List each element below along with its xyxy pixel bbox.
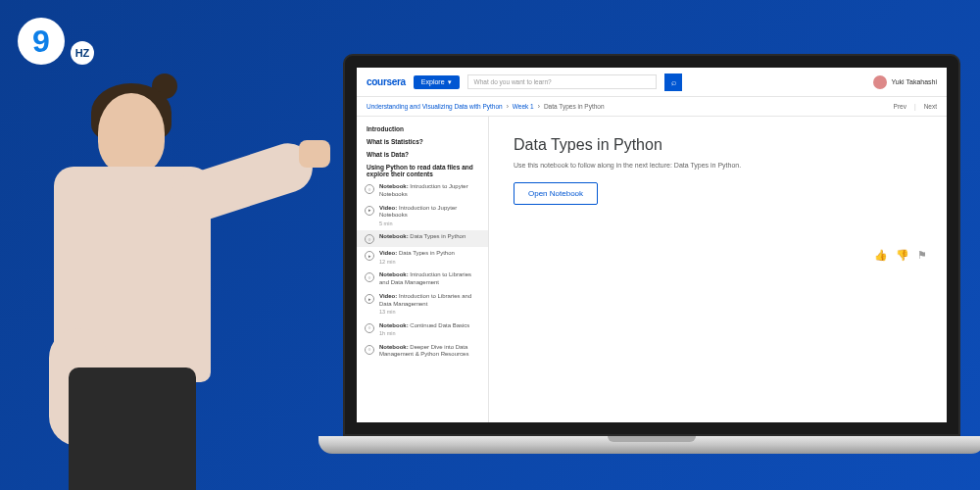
breadcrumb-course[interactable]: Understanding and Visualizing Data with … [367, 103, 503, 110]
search-input[interactable]: What do you want to learn? [467, 74, 657, 89]
sidebar-item-duration: 5 min [379, 220, 480, 227]
nav-prev-next: Prev | Next [894, 103, 937, 110]
lesson-sidebar[interactable]: Introduction What is Statistics? What is… [357, 117, 489, 422]
sidebar-section-data[interactable]: What is Data? [357, 148, 488, 161]
sidebar-item[interactable]: ▸Video: Data Types in Python12 min [357, 247, 488, 269]
sidebar-item-duration: 1h min [379, 330, 480, 337]
breadcrumb-bar: Understanding and Visualizing Data with … [357, 97, 947, 117]
sidebar-item-label: Notebook: Introduction to Libraries and … [379, 271, 480, 287]
sidebar-section-introduction[interactable]: Introduction [357, 122, 488, 135]
search-button[interactable]: ⌕ [664, 74, 682, 91]
thumbs-up-icon[interactable]: 👍 [874, 249, 888, 262]
explore-button[interactable]: Explore ▾ [414, 75, 460, 89]
page-title: Data Types in Python [514, 136, 922, 154]
page-description: Use this notebook to follow along in the… [514, 162, 922, 169]
sidebar-item[interactable]: ▸Video: Introduction to Libraries and Da… [357, 290, 488, 319]
sidebar-item[interactable]: ▸Video: Introduction to Jupyter Notebook… [357, 202, 488, 231]
sidebar-item-label: Notebook: Introduction to Jupyter Notebo… [379, 183, 480, 199]
sidebar-item[interactable]: ○Notebook: Introduction to Jupyter Noteb… [357, 180, 488, 202]
sidebar-item-duration: 13 min [379, 309, 480, 316]
app-header: coursera Explore ▾ What do you want to l… [357, 68, 947, 97]
sidebar-item-label: Video: Introduction to Jupyter Notebooks [379, 205, 480, 220]
breadcrumb-current: Data Types in Python [544, 103, 605, 110]
chevron-down-icon: ▾ [448, 78, 452, 86]
user-name: Yuki Takahashi [891, 78, 937, 85]
play-icon: ▸ [365, 206, 374, 216]
sidebar-item-label: Notebook: Data Types in Python [379, 233, 480, 241]
open-notebook-button[interactable]: Open Notebook [514, 182, 598, 205]
sidebar-item[interactable]: ○Notebook: Introduction to Libraries and… [357, 269, 488, 290]
sidebar-section-python[interactable]: Using Python to read data files and expl… [357, 161, 488, 180]
sidebar-item-label: Notebook: Continued Data Basics [379, 322, 480, 330]
thumbs-down-icon[interactable]: 👎 [896, 249, 909, 262]
circle-icon: ○ [365, 184, 374, 194]
laptop-base [318, 436, 980, 454]
main-content: Data Types in Python Use this notebook t… [489, 117, 947, 422]
circle-icon: ○ [365, 323, 374, 333]
sidebar-item-duration: 12 min [379, 259, 480, 266]
play-icon: ▸ [365, 294, 374, 304]
presenter-person [15, 74, 289, 490]
user-menu[interactable]: Yuki Takahashi [873, 75, 937, 89]
search-icon: ⌕ [671, 77, 676, 87]
breadcrumb-week[interactable]: Week 1 [513, 103, 534, 110]
sidebar-item-label: Notebook: Deeper Dive into Data Manageme… [379, 344, 480, 360]
play-icon: ▸ [365, 251, 374, 261]
brand-logo-sub: HZ [71, 41, 94, 65]
circle-icon: ○ [365, 234, 374, 244]
feedback-bar: 👍 👎 ⚑ [874, 249, 927, 262]
prev-button[interactable]: Prev [894, 103, 906, 110]
brand-logo-main: 9 [18, 18, 65, 65]
sidebar-item[interactable]: ○Notebook: Data Types in Python [357, 230, 488, 247]
explore-label: Explore [421, 78, 445, 85]
coursera-logo[interactable]: coursera [367, 76, 406, 87]
sidebar-item-label: Video: Data Types in Python [379, 250, 480, 258]
sidebar-section-statistics[interactable]: What is Statistics? [357, 135, 488, 148]
breadcrumb: Understanding and Visualizing Data with … [367, 103, 605, 110]
next-button[interactable]: Next [924, 103, 937, 110]
circle-icon: ○ [365, 272, 374, 282]
brand-logo-9hz: 9 HZ [18, 18, 94, 65]
laptop-frame: coursera Explore ▾ What do you want to l… [343, 54, 960, 470]
sidebar-item-label: Video: Introduction to Libraries and Dat… [379, 293, 480, 309]
sidebar-item[interactable]: ○Notebook: Continued Data Basics1h min [357, 319, 488, 341]
avatar [873, 75, 887, 89]
flag-icon[interactable]: ⚑ [917, 249, 927, 262]
circle-icon: ○ [365, 345, 374, 355]
breadcrumb-sep: › [507, 103, 509, 110]
breadcrumb-sep: › [538, 103, 540, 110]
sidebar-item[interactable]: ○Notebook: Deeper Dive into Data Managem… [357, 341, 488, 363]
